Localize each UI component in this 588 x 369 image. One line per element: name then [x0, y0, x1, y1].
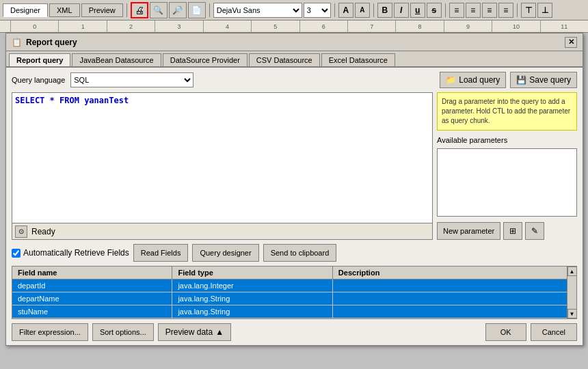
- param-icon-btn-2[interactable]: ✎: [525, 222, 544, 240]
- field-name-0: departId: [12, 279, 172, 292]
- cancel-button[interactable]: Cancel: [531, 323, 577, 341]
- middle-align-icon[interactable]: ⊥: [537, 3, 552, 18]
- ruler-0: 0: [10, 20, 58, 33]
- tab-csv-datasource[interactable]: CSV Datasource: [249, 53, 320, 66]
- hint-box: Drag a parameter into the query to add a…: [437, 92, 577, 131]
- field-type-0: java.lang.Integer: [172, 279, 332, 292]
- font-size-select[interactable]: 3: [304, 3, 331, 18]
- sql-textarea[interactable]: SELECT * FROM yananTest: [12, 93, 432, 223]
- separator-3: [334, 3, 335, 17]
- fields-table-inner: Field name Field type Description depart…: [12, 266, 567, 318]
- auto-retrieve-checkbox[interactable]: [12, 249, 21, 258]
- new-parameter-button[interactable]: New parameter: [437, 222, 500, 240]
- italic-icon[interactable]: I: [394, 3, 409, 18]
- dialog-title: 📋 Report query: [12, 38, 77, 47]
- filter-expression-button[interactable]: Filter expression...: [12, 323, 88, 341]
- save-query-button[interactable]: 💾 Save query: [510, 72, 577, 88]
- send-to-clipboard-button[interactable]: Send to clipboard: [263, 244, 337, 262]
- fields-header: Field name Field type Description: [12, 266, 567, 279]
- scroll-down-arrow[interactable]: ▼: [567, 309, 577, 318]
- scroll-up-arrow[interactable]: ▲: [567, 266, 577, 276]
- ok-cancel-buttons: OK Cancel: [485, 323, 577, 341]
- ruler-marks: 0 1 2 3 4 5 6 7 8 9 10 11: [7, 20, 588, 33]
- top-toolbar: Designer XML Preview 🖨 🔍 🔎 📄 DejaVu Sans…: [0, 0, 588, 20]
- bottom-action-buttons: Automatically Retrieve Fields Read Field…: [6, 244, 583, 266]
- available-params-box: [437, 148, 577, 217]
- separator-2: [209, 3, 210, 17]
- right-panel: Drag a parameter into the query to add a…: [437, 92, 577, 240]
- align-center-icon[interactable]: ≡: [466, 3, 481, 18]
- dialog-close-button[interactable]: ✕: [565, 37, 577, 48]
- align-justify-icon[interactable]: ≡: [498, 3, 513, 18]
- underline-icon[interactable]: u: [410, 3, 425, 18]
- ruler-10: 10: [492, 20, 539, 33]
- align-left-icon[interactable]: ≡: [449, 3, 464, 18]
- tab-javabean-datasource[interactable]: JavaBean Datasource: [72, 53, 161, 66]
- query-designer-button[interactable]: Query designer: [192, 244, 258, 262]
- align-right-icon[interactable]: ≡: [482, 3, 497, 18]
- ruler-8: 8: [395, 20, 443, 33]
- strikethrough-icon[interactable]: s: [427, 3, 442, 18]
- header-description: Description: [333, 266, 567, 279]
- ok-button[interactable]: OK: [485, 323, 526, 341]
- table-row[interactable]: departId java.lang.Integer: [12, 279, 567, 292]
- ruler-4: 4: [203, 20, 251, 33]
- ruler-9: 9: [444, 20, 492, 33]
- field-type-2: java.lang.String: [172, 305, 332, 318]
- separator-6: [517, 3, 518, 17]
- table-row[interactable]: departName java.lang.String: [12, 292, 567, 305]
- sort-options-button[interactable]: Sort options...: [92, 323, 154, 341]
- available-params-label: Available parameters: [437, 136, 577, 144]
- dialog-tabs: Report query JavaBean Datasource DataSou…: [6, 51, 583, 68]
- auto-retrieve-label[interactable]: Automatically Retrieve Fields: [12, 248, 129, 258]
- table-row[interactable]: stuName java.lang.String: [12, 305, 567, 318]
- read-fields-button[interactable]: Read Fields: [133, 244, 189, 262]
- tab-excel-datasource[interactable]: Excel Datasource: [321, 53, 395, 66]
- ruler-1: 1: [58, 20, 106, 33]
- load-save-buttons: 📁 Load query 💾 Save query: [440, 72, 577, 88]
- field-desc-2: [333, 305, 567, 318]
- field-name-1: departName: [12, 292, 172, 305]
- font-size-down-icon[interactable]: A: [355, 3, 370, 18]
- separator-1: [126, 3, 127, 17]
- new-param-row: New parameter ⊞ ✎: [437, 222, 577, 240]
- query-language-row: Query language SQL 📁 Load query 💾 Save q…: [6, 68, 583, 92]
- tab-preview[interactable]: Preview: [81, 3, 123, 17]
- ruler-5: 5: [251, 20, 299, 33]
- load-query-button[interactable]: 📁 Load query: [440, 72, 506, 88]
- query-language-select[interactable]: SQL: [70, 72, 193, 87]
- bold-icon[interactable]: B: [377, 3, 392, 18]
- top-align-icon[interactable]: ⊤: [521, 3, 536, 18]
- font-select[interactable]: DejaVu Sans: [213, 3, 302, 18]
- load-icon: 📁: [446, 75, 456, 85]
- dialog-titlebar: 📋 Report query ✕: [6, 33, 583, 51]
- print-icon[interactable]: 🖨: [131, 2, 148, 18]
- page-icon[interactable]: 📄: [188, 2, 206, 18]
- fields-table-container: Field name Field type Description depart…: [12, 266, 577, 319]
- zoom-out-icon[interactable]: 🔎: [169, 2, 187, 18]
- tab-datasource-provider[interactable]: DataSource Provider: [163, 53, 248, 66]
- header-field-type: Field type: [172, 266, 332, 279]
- preview-data-button[interactable]: Preview data ▲: [158, 323, 231, 341]
- report-query-dialog: 📋 Report query ✕ Report query JavaBean D…: [5, 33, 583, 346]
- ruler-6: 6: [299, 20, 347, 33]
- font-size-up-icon[interactable]: A: [338, 3, 353, 18]
- ruler-7: 7: [347, 20, 395, 33]
- ruler: 0 1 2 3 4 5 6 7 8 9 10 11: [0, 20, 588, 33]
- param-icon-btn-1[interactable]: ⊞: [503, 222, 522, 240]
- tab-designer[interactable]: Designer: [3, 3, 48, 17]
- ruler-3: 3: [155, 20, 202, 33]
- sql-editor-container: SELECT * FROM yananTest ⊙ Ready: [12, 92, 433, 240]
- header-field-name: Field name: [12, 266, 172, 279]
- field-desc-0: [333, 279, 567, 292]
- main-content: SELECT * FROM yananTest ⊙ Ready Drag a p…: [6, 92, 583, 244]
- tab-xml[interactable]: XML: [49, 3, 80, 17]
- preview-arrow-icon: ▲: [215, 327, 224, 337]
- dialog-title-text: Report query: [26, 38, 77, 47]
- tab-report-query[interactable]: Report query: [9, 53, 70, 66]
- field-desc-1: [333, 292, 567, 305]
- separator-4: [373, 3, 374, 17]
- zoom-in-icon[interactable]: 🔍: [150, 2, 168, 18]
- fields-table-wrapper: Field name Field type Description depart…: [12, 266, 576, 318]
- query-language-label: Query language: [12, 76, 65, 84]
